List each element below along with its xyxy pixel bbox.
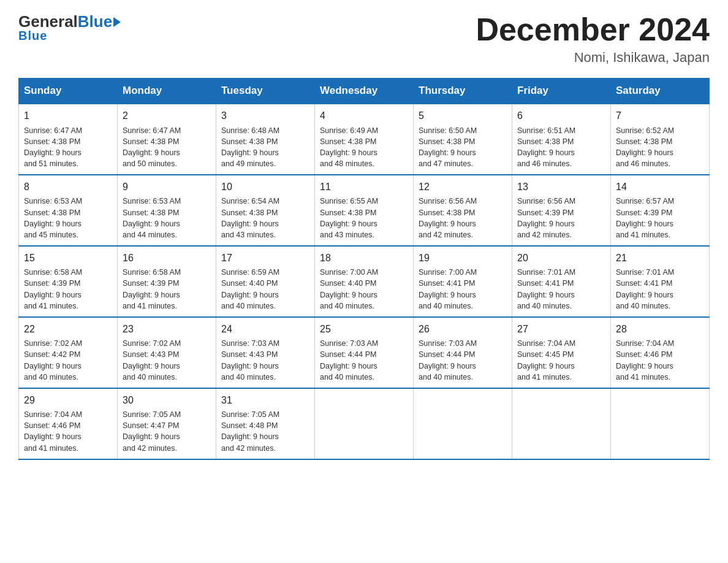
header-saturday: Saturday — [611, 79, 710, 104]
calendar-week-5: 29Sunrise: 7:04 AMSunset: 4:46 PMDayligh… — [19, 388, 710, 459]
day-info: Sunrise: 6:53 AMSunset: 4:38 PMDaylight:… — [24, 196, 112, 240]
location: Nomi, Ishikawa, Japan — [476, 50, 710, 66]
day-number: 30 — [123, 394, 211, 407]
day-number: 7 — [616, 109, 704, 123]
table-row: 16Sunrise: 6:58 AMSunset: 4:39 PMDayligh… — [118, 246, 216, 317]
table-row: 1Sunrise: 6:47 AMSunset: 4:38 PMDaylight… — [19, 104, 118, 175]
day-info: Sunrise: 6:50 AMSunset: 4:38 PMDaylight:… — [419, 125, 507, 170]
day-number: 24 — [221, 323, 309, 336]
table-row: 19Sunrise: 7:00 AMSunset: 4:41 PMDayligh… — [414, 246, 512, 317]
table-row: 26Sunrise: 7:03 AMSunset: 4:44 PMDayligh… — [414, 317, 512, 388]
table-row: 18Sunrise: 7:00 AMSunset: 4:40 PMDayligh… — [315, 246, 414, 317]
day-info: Sunrise: 6:52 AMSunset: 4:38 PMDaylight:… — [616, 125, 704, 170]
day-info: Sunrise: 7:04 AMSunset: 4:46 PMDaylight:… — [24, 409, 112, 454]
day-info: Sunrise: 7:03 AMSunset: 4:44 PMDaylight:… — [419, 338, 507, 383]
logo-underline: Blue — [18, 29, 47, 43]
header-thursday: Thursday — [414, 79, 512, 104]
logo-blue-part: Blue — [78, 12, 112, 31]
day-number: 15 — [24, 251, 112, 265]
day-number: 28 — [616, 323, 704, 336]
day-info: Sunrise: 6:55 AMSunset: 4:38 PMDaylight:… — [320, 196, 408, 240]
table-row: 2Sunrise: 6:47 AMSunset: 4:38 PMDaylight… — [118, 104, 216, 175]
day-number: 16 — [123, 251, 211, 265]
header-wednesday: Wednesday — [315, 79, 414, 104]
day-number: 31 — [221, 394, 309, 407]
day-info: Sunrise: 6:51 AMSunset: 4:38 PMDaylight:… — [517, 125, 605, 170]
day-info: Sunrise: 6:58 AMSunset: 4:39 PMDaylight:… — [123, 267, 211, 312]
day-number: 3 — [221, 109, 309, 123]
day-info: Sunrise: 7:02 AMSunset: 4:42 PMDaylight:… — [24, 338, 112, 383]
calendar-week-3: 15Sunrise: 6:58 AMSunset: 4:39 PMDayligh… — [19, 246, 710, 317]
day-number: 1 — [24, 109, 112, 123]
table-row: 8Sunrise: 6:53 AMSunset: 4:38 PMDaylight… — [19, 175, 118, 246]
header-tuesday: Tuesday — [216, 79, 315, 104]
header-sunday: Sunday — [19, 79, 118, 104]
table-row: 11Sunrise: 6:55 AMSunset: 4:38 PMDayligh… — [315, 175, 414, 246]
title-section: December 2024 Nomi, Ishikawa, Japan — [476, 12, 710, 66]
calendar-week-1: 1Sunrise: 6:47 AMSunset: 4:38 PMDaylight… — [19, 104, 710, 175]
table-row: 15Sunrise: 6:58 AMSunset: 4:39 PMDayligh… — [19, 246, 118, 317]
table-row: 3Sunrise: 6:48 AMSunset: 4:38 PMDaylight… — [216, 104, 315, 175]
table-row — [512, 388, 611, 459]
day-info: Sunrise: 6:47 AMSunset: 4:38 PMDaylight:… — [123, 125, 211, 170]
table-row: 7Sunrise: 6:52 AMSunset: 4:38 PMDaylight… — [611, 104, 710, 175]
table-row: 22Sunrise: 7:02 AMSunset: 4:42 PMDayligh… — [19, 317, 118, 388]
day-number: 19 — [419, 251, 507, 265]
day-info: Sunrise: 7:00 AMSunset: 4:40 PMDaylight:… — [320, 267, 408, 312]
table-row — [611, 388, 710, 459]
day-info: Sunrise: 7:03 AMSunset: 4:43 PMDaylight:… — [221, 338, 309, 383]
day-number: 25 — [320, 323, 408, 336]
day-number: 2 — [123, 109, 211, 123]
table-row: 12Sunrise: 6:56 AMSunset: 4:38 PMDayligh… — [414, 175, 512, 246]
day-info: Sunrise: 6:56 AMSunset: 4:38 PMDaylight:… — [419, 196, 507, 240]
day-info: Sunrise: 6:54 AMSunset: 4:38 PMDaylight:… — [221, 196, 309, 240]
day-number: 18 — [320, 251, 408, 265]
table-row: 21Sunrise: 7:01 AMSunset: 4:41 PMDayligh… — [611, 246, 710, 317]
table-row: 14Sunrise: 6:57 AMSunset: 4:39 PMDayligh… — [611, 175, 710, 246]
day-number: 23 — [123, 323, 211, 336]
header-monday: Monday — [118, 79, 216, 104]
day-number: 27 — [517, 323, 605, 336]
table-row: 25Sunrise: 7:03 AMSunset: 4:44 PMDayligh… — [315, 317, 414, 388]
day-info: Sunrise: 6:58 AMSunset: 4:39 PMDaylight:… — [24, 267, 112, 312]
table-row: 30Sunrise: 7:05 AMSunset: 4:47 PMDayligh… — [118, 388, 216, 459]
day-info: Sunrise: 7:00 AMSunset: 4:41 PMDaylight:… — [419, 267, 507, 312]
calendar-week-4: 22Sunrise: 7:02 AMSunset: 4:42 PMDayligh… — [19, 317, 710, 388]
table-row: 24Sunrise: 7:03 AMSunset: 4:43 PMDayligh… — [216, 317, 315, 388]
calendar-table: Sunday Monday Tuesday Wednesday Thursday… — [18, 78, 710, 459]
day-info: Sunrise: 7:02 AMSunset: 4:43 PMDaylight:… — [123, 338, 211, 383]
day-info: Sunrise: 7:01 AMSunset: 4:41 PMDaylight:… — [517, 267, 605, 312]
day-info: Sunrise: 7:04 AMSunset: 4:46 PMDaylight:… — [616, 338, 704, 383]
day-number: 14 — [616, 180, 704, 194]
table-row: 6Sunrise: 6:51 AMSunset: 4:38 PMDaylight… — [512, 104, 611, 175]
day-number: 4 — [320, 109, 408, 123]
page-header: General Blue Blue December 2024 Nomi, Is… — [18, 12, 710, 66]
table-row: 17Sunrise: 6:59 AMSunset: 4:40 PMDayligh… — [216, 246, 315, 317]
table-row: 28Sunrise: 7:04 AMSunset: 4:46 PMDayligh… — [611, 317, 710, 388]
day-info: Sunrise: 6:49 AMSunset: 4:38 PMDaylight:… — [320, 125, 408, 170]
table-row: 29Sunrise: 7:04 AMSunset: 4:46 PMDayligh… — [19, 388, 118, 459]
table-row: 23Sunrise: 7:02 AMSunset: 4:43 PMDayligh… — [118, 317, 216, 388]
day-info: Sunrise: 7:03 AMSunset: 4:44 PMDaylight:… — [320, 338, 408, 383]
day-info: Sunrise: 7:04 AMSunset: 4:45 PMDaylight:… — [517, 338, 605, 383]
day-number: 11 — [320, 180, 408, 194]
day-number: 8 — [24, 180, 112, 194]
table-row: 20Sunrise: 7:01 AMSunset: 4:41 PMDayligh… — [512, 246, 611, 317]
day-number: 9 — [123, 180, 211, 194]
table-row: 5Sunrise: 6:50 AMSunset: 4:38 PMDaylight… — [414, 104, 512, 175]
day-info: Sunrise: 7:05 AMSunset: 4:48 PMDaylight:… — [221, 409, 309, 454]
day-number: 26 — [419, 323, 507, 336]
table-row: 4Sunrise: 6:49 AMSunset: 4:38 PMDaylight… — [315, 104, 414, 175]
table-row: 31Sunrise: 7:05 AMSunset: 4:48 PMDayligh… — [216, 388, 315, 459]
table-row: 13Sunrise: 6:56 AMSunset: 4:39 PMDayligh… — [512, 175, 611, 246]
day-number: 6 — [517, 109, 605, 123]
day-info: Sunrise: 7:01 AMSunset: 4:41 PMDaylight:… — [616, 267, 704, 312]
table-row — [414, 388, 512, 459]
day-info: Sunrise: 7:05 AMSunset: 4:47 PMDaylight:… — [123, 409, 211, 454]
day-info: Sunrise: 6:53 AMSunset: 4:38 PMDaylight:… — [123, 196, 211, 240]
month-title: December 2024 — [476, 12, 710, 47]
calendar-week-2: 8Sunrise: 6:53 AMSunset: 4:38 PMDaylight… — [19, 175, 710, 246]
day-number: 29 — [24, 394, 112, 407]
day-info: Sunrise: 6:47 AMSunset: 4:38 PMDaylight:… — [24, 125, 112, 170]
table-row — [315, 388, 414, 459]
